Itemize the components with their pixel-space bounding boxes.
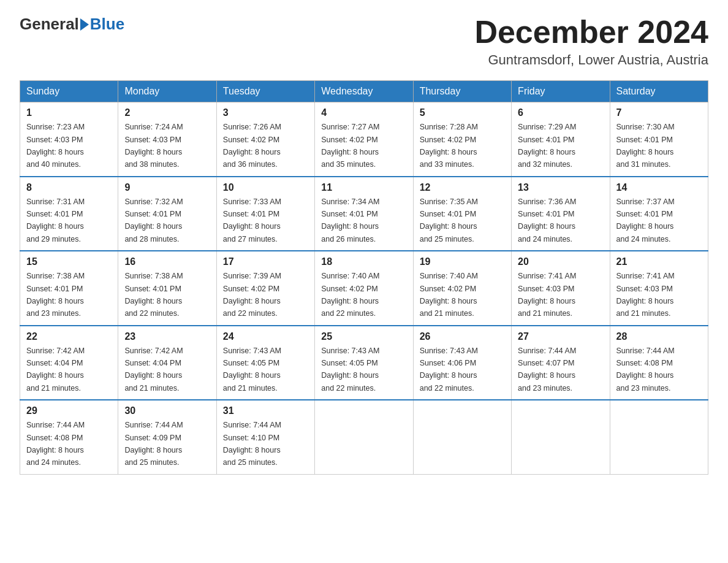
table-row: 30 Sunrise: 7:44 AMSunset: 4:09 PMDaylig… (118, 400, 216, 474)
table-row (315, 400, 413, 474)
table-row: 20 Sunrise: 7:41 AMSunset: 4:03 PMDaylig… (512, 251, 610, 326)
day-number: 18 (321, 256, 406, 267)
day-number: 26 (420, 331, 505, 342)
weekday-header-row: Sunday Monday Tuesday Wednesday Thursday… (20, 81, 708, 102)
table-row: 25 Sunrise: 7:43 AMSunset: 4:05 PMDaylig… (315, 326, 413, 400)
day-info: Sunrise: 7:40 AMSunset: 4:02 PMDaylight:… (321, 272, 379, 318)
table-row: 6 Sunrise: 7:29 AMSunset: 4:01 PMDayligh… (512, 102, 610, 177)
day-info: Sunrise: 7:41 AMSunset: 4:03 PMDaylight:… (518, 272, 576, 318)
day-number: 13 (518, 182, 603, 193)
day-info: Sunrise: 7:40 AMSunset: 4:02 PMDaylight:… (420, 272, 478, 318)
day-info: Sunrise: 7:30 AMSunset: 4:01 PMDaylight:… (616, 123, 675, 169)
day-number: 8 (26, 182, 112, 193)
logo: General Blue (20, 15, 124, 34)
title-area: December 2024 Guntramsdorf, Lower Austri… (474, 15, 708, 68)
day-info: Sunrise: 7:35 AMSunset: 4:01 PMDaylight:… (420, 197, 478, 243)
logo-blue-text: Blue (90, 15, 124, 34)
day-number: 3 (223, 107, 308, 118)
day-number: 27 (518, 331, 603, 342)
table-row: 10 Sunrise: 7:33 AMSunset: 4:01 PMDaylig… (216, 177, 314, 251)
calendar-week-row: 1 Sunrise: 7:23 AMSunset: 4:03 PMDayligh… (20, 102, 708, 177)
day-number: 31 (223, 405, 308, 416)
day-number: 19 (420, 256, 505, 267)
table-row: 8 Sunrise: 7:31 AMSunset: 4:01 PMDayligh… (20, 177, 118, 251)
day-info: Sunrise: 7:41 AMSunset: 4:03 PMDaylight:… (616, 272, 675, 318)
day-number: 5 (420, 107, 505, 118)
location-title: Guntramsdorf, Lower Austria, Austria (474, 52, 708, 68)
table-row: 31 Sunrise: 7:44 AMSunset: 4:10 PMDaylig… (216, 400, 314, 474)
day-info: Sunrise: 7:36 AMSunset: 4:01 PMDaylight:… (518, 197, 576, 243)
day-number: 23 (124, 331, 210, 342)
table-row: 27 Sunrise: 7:44 AMSunset: 4:07 PMDaylig… (512, 326, 610, 400)
table-row: 24 Sunrise: 7:43 AMSunset: 4:05 PMDaylig… (216, 326, 314, 400)
table-row: 4 Sunrise: 7:27 AMSunset: 4:02 PMDayligh… (315, 102, 413, 177)
day-number: 15 (26, 256, 112, 267)
day-info: Sunrise: 7:42 AMSunset: 4:04 PMDaylight:… (124, 347, 183, 393)
table-row: 28 Sunrise: 7:44 AMSunset: 4:08 PMDaylig… (610, 326, 708, 400)
day-number: 24 (223, 331, 308, 342)
day-info: Sunrise: 7:29 AMSunset: 4:01 PMDaylight:… (518, 123, 576, 169)
table-row: 1 Sunrise: 7:23 AMSunset: 4:03 PMDayligh… (20, 102, 118, 177)
page-header: General Blue December 2024 Guntramsdorf,… (20, 15, 708, 68)
table-row: 7 Sunrise: 7:30 AMSunset: 4:01 PMDayligh… (610, 102, 708, 177)
table-row (610, 400, 708, 474)
table-row: 3 Sunrise: 7:26 AMSunset: 4:02 PMDayligh… (216, 102, 314, 177)
day-info: Sunrise: 7:32 AMSunset: 4:01 PMDaylight:… (124, 197, 183, 243)
day-number: 9 (124, 182, 210, 193)
day-number: 22 (26, 331, 112, 342)
day-info: Sunrise: 7:37 AMSunset: 4:01 PMDaylight:… (616, 197, 675, 243)
table-row: 16 Sunrise: 7:38 AMSunset: 4:01 PMDaylig… (118, 251, 216, 326)
day-info: Sunrise: 7:39 AMSunset: 4:02 PMDaylight:… (223, 272, 281, 318)
header-thursday: Thursday (413, 81, 511, 102)
header-saturday: Saturday (610, 81, 708, 102)
table-row: 9 Sunrise: 7:32 AMSunset: 4:01 PMDayligh… (118, 177, 216, 251)
table-row: 14 Sunrise: 7:37 AMSunset: 4:01 PMDaylig… (610, 177, 708, 251)
calendar-week-row: 8 Sunrise: 7:31 AMSunset: 4:01 PMDayligh… (20, 177, 708, 251)
table-row: 15 Sunrise: 7:38 AMSunset: 4:01 PMDaylig… (20, 251, 118, 326)
table-row: 2 Sunrise: 7:24 AMSunset: 4:03 PMDayligh… (118, 102, 216, 177)
day-info: Sunrise: 7:44 AMSunset: 4:07 PMDaylight:… (518, 347, 576, 393)
month-title: December 2024 (474, 15, 708, 50)
table-row (413, 400, 511, 474)
day-info: Sunrise: 7:43 AMSunset: 4:06 PMDaylight:… (420, 347, 478, 393)
header-wednesday: Wednesday (315, 81, 413, 102)
table-row: 12 Sunrise: 7:35 AMSunset: 4:01 PMDaylig… (413, 177, 511, 251)
day-number: 16 (124, 256, 210, 267)
day-number: 20 (518, 256, 603, 267)
header-tuesday: Tuesday (216, 81, 314, 102)
day-number: 12 (420, 182, 505, 193)
day-number: 10 (223, 182, 308, 193)
day-info: Sunrise: 7:44 AMSunset: 4:10 PMDaylight:… (223, 421, 281, 467)
logo-general-text: General (20, 15, 79, 34)
calendar-week-row: 15 Sunrise: 7:38 AMSunset: 4:01 PMDaylig… (20, 251, 708, 326)
day-number: 1 (26, 107, 112, 118)
day-number: 14 (616, 182, 702, 193)
header-friday: Friday (512, 81, 610, 102)
table-row: 13 Sunrise: 7:36 AMSunset: 4:01 PMDaylig… (512, 177, 610, 251)
day-info: Sunrise: 7:26 AMSunset: 4:02 PMDaylight:… (223, 123, 281, 169)
header-sunday: Sunday (20, 81, 118, 102)
day-info: Sunrise: 7:24 AMSunset: 4:03 PMDaylight:… (124, 123, 183, 169)
day-info: Sunrise: 7:38 AMSunset: 4:01 PMDaylight:… (124, 272, 183, 318)
day-info: Sunrise: 7:34 AMSunset: 4:01 PMDaylight:… (321, 197, 379, 243)
day-number: 11 (321, 182, 406, 193)
day-number: 25 (321, 331, 406, 342)
day-number: 7 (616, 107, 702, 118)
day-info: Sunrise: 7:31 AMSunset: 4:01 PMDaylight:… (26, 197, 85, 243)
day-info: Sunrise: 7:38 AMSunset: 4:01 PMDaylight:… (26, 272, 85, 318)
calendar-week-row: 22 Sunrise: 7:42 AMSunset: 4:04 PMDaylig… (20, 326, 708, 400)
day-number: 30 (124, 405, 210, 416)
table-row: 22 Sunrise: 7:42 AMSunset: 4:04 PMDaylig… (20, 326, 118, 400)
day-info: Sunrise: 7:43 AMSunset: 4:05 PMDaylight:… (321, 347, 379, 393)
day-info: Sunrise: 7:33 AMSunset: 4:01 PMDaylight:… (223, 197, 281, 243)
logo-triangle-icon (80, 18, 89, 31)
day-number: 17 (223, 256, 308, 267)
day-number: 29 (26, 405, 112, 416)
day-number: 21 (616, 256, 702, 267)
day-number: 6 (518, 107, 603, 118)
day-info: Sunrise: 7:28 AMSunset: 4:02 PMDaylight:… (420, 123, 478, 169)
calendar-week-row: 29 Sunrise: 7:44 AMSunset: 4:08 PMDaylig… (20, 400, 708, 474)
day-number: 2 (124, 107, 210, 118)
table-row: 11 Sunrise: 7:34 AMSunset: 4:01 PMDaylig… (315, 177, 413, 251)
day-number: 4 (321, 107, 406, 118)
